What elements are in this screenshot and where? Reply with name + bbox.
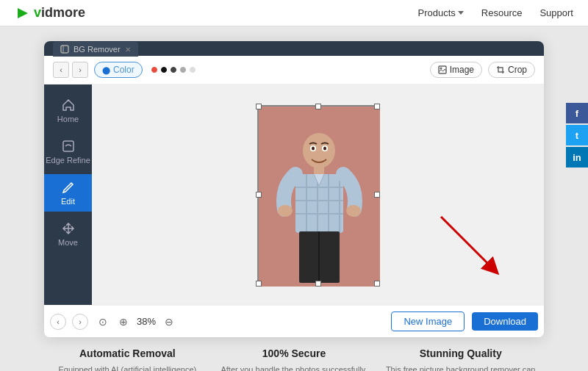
zoom-in-button[interactable]: ⊕ — [116, 314, 131, 329]
zoom-reset-button[interactable]: ⊙ — [96, 314, 110, 329]
color-mode-button[interactable]: ⬤ Color — [94, 62, 143, 78]
handle-top-middle[interactable] — [315, 104, 321, 109]
handle-top-right[interactable] — [374, 104, 380, 109]
sidebar-item-move[interactable]: Move — [44, 215, 92, 253]
color-red[interactable] — [151, 67, 157, 73]
back-button[interactable]: ‹ — [53, 62, 69, 78]
canvas-area — [92, 84, 544, 305]
edge-refine-icon — [61, 139, 76, 154]
linkedin-button[interactable]: in — [566, 147, 588, 168]
handle-middle-right[interactable] — [374, 192, 380, 198]
svg-point-24 — [323, 146, 326, 150]
color-light-gray[interactable] — [190, 67, 196, 73]
zoom-value: 38% — [137, 316, 156, 327]
home-icon — [61, 98, 76, 112]
crop-button[interactable]: Crop — [488, 62, 535, 78]
tab-bar: BG Remover ✕ — [44, 41, 544, 56]
feature-quality: Stunning Quality This free picture backg… — [377, 347, 544, 371]
social-sidebar: f t in — [566, 103, 588, 168]
svg-point-4 — [440, 68, 442, 70]
image-button[interactable]: Image — [430, 62, 482, 78]
forward-button[interactable]: › — [72, 62, 88, 78]
download-button[interactable]: Download — [472, 312, 538, 331]
bg-remover-icon — [60, 45, 69, 54]
twitter-button[interactable]: t — [566, 125, 588, 145]
tab-close-icon[interactable]: ✕ — [125, 46, 131, 54]
toolbar-right: Image Crop — [430, 62, 535, 78]
crop-icon — [496, 65, 505, 74]
nav-products[interactable]: Products — [418, 7, 464, 18]
new-image-button[interactable]: New Image — [391, 311, 465, 331]
color-palette — [151, 67, 196, 73]
color-black[interactable] — [161, 67, 167, 73]
header: vidmore Products Resource Support — [0, 0, 588, 26]
main-content: BG Remover ✕ ‹ › ⬤ Color — [0, 26, 588, 371]
svg-line-26 — [441, 217, 496, 272]
facebook-button[interactable]: f — [566, 103, 588, 123]
toolbar-nav: ‹ › — [53, 62, 88, 78]
color-gray[interactable] — [180, 67, 186, 73]
svg-rect-8 — [314, 165, 324, 174]
logo-icon — [15, 5, 31, 21]
image-icon — [438, 65, 447, 74]
main-nav: Products Resource Support — [418, 7, 574, 18]
prev-button[interactable]: ‹ — [50, 314, 66, 330]
handle-bottom-left[interactable] — [256, 281, 262, 287]
sidebar-item-home[interactable]: Home — [44, 92, 92, 129]
handle-bottom-middle[interactable] — [315, 281, 321, 287]
svg-marker-0 — [18, 8, 28, 18]
sidebar-item-edge-refine[interactable]: Edge Refine — [44, 133, 92, 170]
app-window: BG Remover ✕ ‹ › ⬤ Color — [44, 41, 544, 337]
svg-point-20 — [346, 205, 361, 217]
canvas-image — [259, 107, 380, 287]
arrow-annotation — [426, 209, 514, 283]
bg-remover-tab[interactable]: BG Remover ✕ — [53, 42, 138, 57]
feature-automatic-removal: Automatic Removal Equipped with AI (arti… — [44, 347, 211, 371]
bottom-controls: ‹ › ⊙ ⊕ 38% ⊖ New Image Download — [44, 305, 544, 337]
bottom-nav: ‹ › — [50, 314, 88, 330]
features-row: Automatic Removal Equipped with AI (arti… — [44, 337, 544, 371]
chevron-down-icon — [458, 11, 464, 15]
toolbar: ‹ › ⬤ Color — [44, 56, 544, 84]
edit-icon — [61, 180, 76, 195]
nav-resource[interactable]: Resource — [481, 7, 523, 18]
logo: vidmore — [15, 5, 85, 21]
logo-text: vidmore — [34, 5, 85, 21]
svg-point-19 — [278, 205, 293, 217]
sidebar-item-edit[interactable]: Edit — [44, 174, 92, 212]
handle-top-left[interactable] — [256, 104, 262, 109]
zoom-controls: ⊙ ⊕ 38% ⊖ — [96, 314, 176, 329]
move-icon — [61, 221, 76, 236]
app-body: Home Edge Refine — [44, 84, 544, 305]
svg-rect-1 — [61, 46, 68, 53]
next-button[interactable]: › — [72, 314, 88, 330]
nav-support[interactable]: Support — [539, 7, 573, 18]
sidebar: Home Edge Refine — [44, 84, 92, 305]
feature-secure: 100% Secure After you handle the photos … — [211, 347, 378, 371]
handle-middle-left[interactable] — [256, 192, 262, 198]
color-dark-gray[interactable] — [171, 67, 176, 73]
image-container — [257, 105, 379, 285]
color-circle-icon: ⬤ — [102, 66, 110, 74]
handle-bottom-right[interactable] — [374, 281, 380, 287]
svg-point-23 — [312, 146, 315, 150]
zoom-out-button[interactable]: ⊖ — [162, 314, 176, 329]
svg-rect-5 — [63, 141, 74, 151]
